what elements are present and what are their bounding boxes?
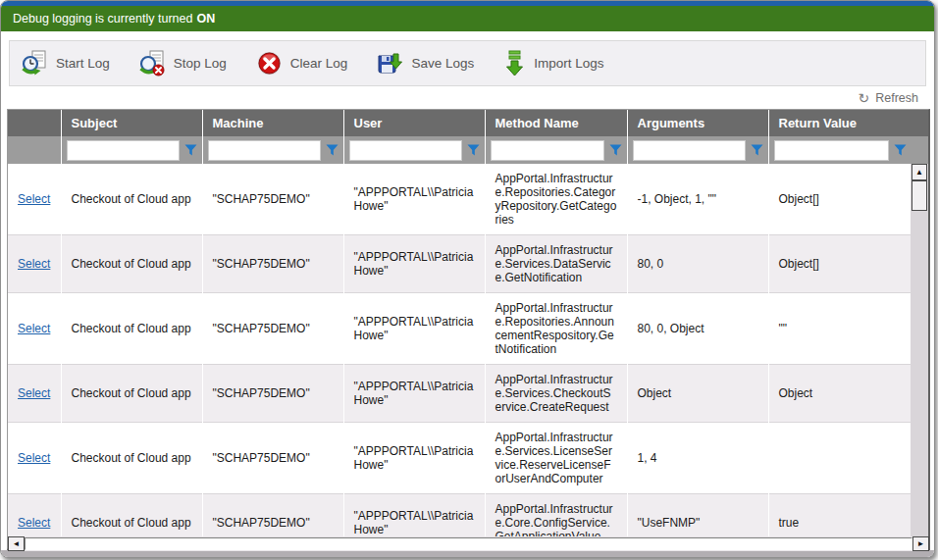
user-cell: "APPPORTAL\\PatriciaHowe" — [343, 235, 485, 293]
filter-funnel-icon[interactable] — [326, 144, 339, 156]
arguments-cell: -1, Object, 1, "" — [627, 164, 768, 235]
start-log-icon — [22, 50, 48, 76]
machine-cell: "SCHAP75DEMO" — [202, 365, 343, 423]
table-row: Select Checkout of Cloud app "SCHAP75DEM… — [8, 293, 912, 365]
scrollbar-header-corner — [911, 110, 928, 136]
filter-input-subject[interactable] — [67, 140, 180, 161]
clear-log-button[interactable]: Clear Log — [256, 50, 348, 76]
refresh-link[interactable]: Refresh — [875, 91, 918, 105]
return-value-cell: Object[] — [768, 235, 912, 293]
toolbar-container: Start Log Stop Log — [1, 31, 934, 86]
refresh-icon: ↻ — [858, 91, 869, 105]
filter-funnel-icon[interactable] — [751, 144, 763, 156]
arguments-cell: 80, 0 — [627, 235, 768, 293]
grid-body: Select Checkout of Cloud app "SCHAP75DEM… — [8, 164, 912, 536]
return-value-cell — [768, 423, 912, 494]
filter-input-method-name[interactable] — [491, 140, 604, 161]
method-name-cell: AppPortal.Infrastructure.Services.Checko… — [485, 365, 627, 423]
clear-log-label: Clear Log — [290, 56, 348, 71]
subject-cell: Checkout of Cloud app — [61, 494, 202, 537]
grid-body-viewport: Select Checkout of Cloud app "SCHAP75DEM… — [8, 164, 912, 536]
method-name-cell: AppPortal.Infrastructure.Repositories.Ca… — [485, 164, 627, 235]
arguments-cell: "UseFNMP" — [627, 494, 768, 537]
header-user[interactable]: User — [343, 110, 485, 136]
grid-header-table: Subject Machine User Method Name Argumen… — [8, 110, 912, 164]
user-cell: "APPPORTAL\\PatriciaHowe" — [343, 164, 485, 235]
header-arguments[interactable]: Arguments — [627, 110, 768, 136]
method-name-cell: AppPortal.Infrastructure.Services.Licens… — [485, 423, 627, 494]
filter-funnel-icon[interactable] — [467, 144, 480, 156]
filter-input-return-value[interactable] — [774, 140, 890, 161]
log-grid: Subject Machine User Method Name Argumen… — [7, 109, 930, 550]
select-link[interactable]: Select — [18, 192, 50, 206]
method-name-cell: AppPortal.Infrastructure.Repositories.An… — [485, 293, 627, 365]
select-link[interactable]: Select — [18, 257, 50, 271]
filter-input-arguments[interactable] — [633, 140, 746, 161]
user-cell: "APPPORTAL\\PatriciaHowe" — [343, 365, 485, 423]
method-name-cell: AppPortal.Infrastructure.Core.ConfigServ… — [485, 494, 627, 537]
clear-log-icon — [256, 50, 283, 76]
filter-funnel-icon[interactable] — [184, 144, 197, 156]
return-value-cell: Object[] — [768, 164, 912, 235]
scroll-up-button[interactable]: ▲ — [912, 164, 927, 180]
user-cell: "APPPORTAL\\PatriciaHowe" — [343, 423, 485, 494]
scroll-left-button[interactable]: ◄ — [8, 536, 25, 551]
filter-funnel-icon[interactable] — [894, 144, 907, 156]
select-link[interactable]: Select — [18, 451, 50, 465]
horizontal-scroll-track[interactable] — [25, 537, 912, 550]
stop-log-button[interactable]: Stop Log — [139, 50, 227, 76]
vertical-scrollbar[interactable]: ▲ — [911, 164, 928, 536]
save-logs-icon — [377, 50, 403, 76]
banner-message: Debug logging is currently turned — [13, 12, 192, 25]
start-log-button[interactable]: Start Log — [22, 50, 110, 76]
select-link[interactable]: Select — [18, 322, 50, 335]
scroll-right-button[interactable]: ► — [912, 536, 929, 551]
user-cell: "APPPORTAL\\PatriciaHowe" — [343, 494, 485, 537]
subject-cell: Checkout of Cloud app — [61, 293, 202, 365]
filter-input-user[interactable] — [349, 140, 462, 161]
refresh-bar: ↻ Refresh — [1, 86, 934, 109]
debug-status-banner: Debug logging is currently turned ON — [1, 6, 934, 31]
select-link[interactable]: Select — [18, 516, 50, 530]
subject-cell: Checkout of Cloud app — [61, 164, 202, 235]
header-select — [8, 110, 61, 136]
import-logs-label: Import Logs — [534, 56, 603, 71]
select-link[interactable]: Select — [18, 386, 50, 400]
import-logs-button[interactable]: Import Logs — [503, 50, 603, 76]
machine-cell: "SCHAP75DEMO" — [202, 494, 343, 537]
save-logs-button[interactable]: Save Logs — [377, 50, 474, 76]
subject-cell: Checkout of Cloud app — [61, 423, 202, 494]
machine-cell: "SCHAP75DEMO" — [202, 164, 343, 235]
arguments-cell: 80, 0, Object — [627, 293, 768, 365]
method-name-cell: AppPortal.Infrastructure.Services.DataSe… — [485, 235, 627, 293]
grid-header-row: Subject Machine User Method Name Argumen… — [8, 110, 912, 136]
filter-funnel-icon[interactable] — [609, 144, 622, 156]
machine-cell: "SCHAP75DEMO" — [202, 423, 343, 494]
header-return-value[interactable]: Return Value — [768, 110, 912, 136]
return-value-cell: true — [768, 494, 912, 537]
return-value-cell: Object — [768, 365, 912, 423]
stop-log-label: Stop Log — [174, 56, 227, 71]
header-method-name[interactable]: Method Name — [485, 110, 627, 136]
subject-cell: Checkout of Cloud app — [61, 365, 202, 423]
vertical-scroll-thumb[interactable] — [912, 180, 927, 211]
table-row: Select Checkout of Cloud app "SCHAP75DEM… — [8, 423, 912, 494]
window-bottom-border — [1, 550, 934, 558]
subject-cell: Checkout of Cloud app — [61, 235, 202, 293]
header-subject[interactable]: Subject — [61, 110, 202, 136]
return-value-cell: "" — [768, 293, 912, 365]
debug-log-window: Debug logging is currently turned ON — [0, 0, 935, 558]
user-cell: "APPPORTAL\\PatriciaHowe" — [343, 293, 485, 365]
start-log-label: Start Log — [56, 56, 110, 71]
stop-log-icon — [139, 50, 166, 76]
scrollbar-filter-corner — [911, 136, 928, 164]
arguments-cell: Object — [627, 365, 768, 423]
table-row: Select Checkout of Cloud app "SCHAP75DEM… — [8, 365, 912, 423]
header-machine[interactable]: Machine — [202, 110, 343, 136]
machine-cell: "SCHAP75DEMO" — [202, 293, 343, 365]
horizontal-scrollbar[interactable]: ◄ ► — [8, 536, 929, 551]
grid-body-table: Select Checkout of Cloud app "SCHAP75DEM… — [8, 164, 912, 536]
filter-input-machine[interactable] — [208, 140, 321, 161]
table-row: Select Checkout of Cloud app "SCHAP75DEM… — [8, 494, 912, 537]
machine-cell: "SCHAP75DEMO" — [202, 235, 343, 293]
